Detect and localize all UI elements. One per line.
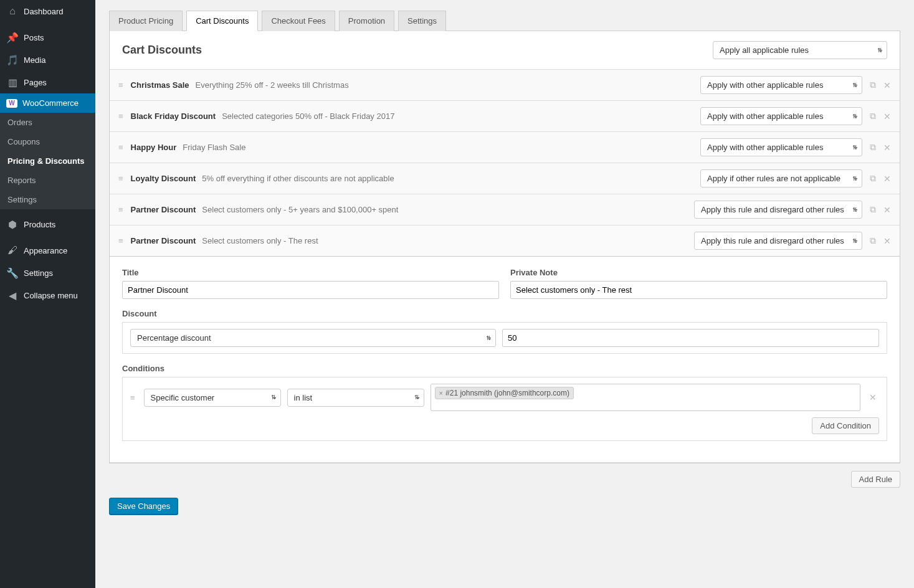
- remove-condition-icon[interactable]: ✕: [867, 392, 879, 402]
- title-label: Title: [122, 268, 499, 277]
- rule-row[interactable]: ≡ Christmas Sale Everything 25% off - 2 …: [110, 70, 900, 101]
- sidebar-item-posts[interactable]: 📌Posts: [0, 26, 95, 49]
- sidebar-item-settings[interactable]: 🔧Settings: [0, 262, 95, 284]
- duplicate-icon[interactable]: ⧉: [870, 173, 876, 184]
- rule-mode-select[interactable]: Apply if other rules are not applicable: [700, 169, 862, 187]
- condition-value-tagbox[interactable]: ×#21 johnsmith (john@smithcorp.com): [431, 384, 860, 411]
- sidebar-item-woocommerce[interactable]: WWooCommerce: [0, 93, 95, 113]
- sidebar-label: Reports: [7, 176, 36, 185]
- rule-row[interactable]: ≡ Black Friday Discount Selected categor…: [110, 101, 900, 132]
- sidebar-item-collapse[interactable]: ◀Collapse menu: [0, 284, 95, 306]
- sidebar-label: Products: [24, 220, 55, 229]
- discount-value-input[interactable]: [502, 329, 879, 347]
- rule-mode-select[interactable]: Apply with other applicable rules: [700, 138, 862, 156]
- sidebar-sub-coupons[interactable]: Coupons: [0, 132, 95, 151]
- title-input[interactable]: [122, 281, 499, 299]
- chevron-updown-icon: ⇅: [852, 176, 857, 182]
- global-rule-select[interactable]: Apply all applicable rules: [713, 41, 887, 59]
- sidebar-label: Posts: [24, 33, 44, 42]
- close-icon[interactable]: ✕: [883, 205, 891, 215]
- tab-settings[interactable]: Settings: [398, 11, 446, 31]
- customer-tag: ×#21 johnsmith (john@smithcorp.com): [435, 387, 574, 399]
- chevron-updown-icon: ⇅: [852, 145, 857, 151]
- chevron-updown-icon: ⇅: [852, 113, 857, 120]
- close-icon[interactable]: ✕: [883, 111, 891, 121]
- sidebar-label: Settings: [7, 195, 37, 204]
- rule-row[interactable]: ≡ Loyalty Discount 5% off everything if …: [110, 163, 900, 194]
- rule-title: Loyalty Discount: [131, 174, 196, 183]
- sidebar-item-appearance[interactable]: 🖌Appearance: [0, 239, 95, 262]
- discount-type-select[interactable]: Percentage discount: [130, 329, 496, 347]
- rule-title: Christmas Sale: [131, 80, 189, 90]
- drag-handle-icon[interactable]: ≡: [118, 111, 123, 121]
- rule-row[interactable]: ≡ Happy Hour Friday Flash Sale Apply wit…: [110, 132, 900, 163]
- tag-remove-icon[interactable]: ×: [439, 389, 443, 397]
- rule-title: Partner Discount: [131, 205, 196, 214]
- drag-handle-icon[interactable]: ≡: [118, 236, 123, 245]
- sidebar-sub-settings[interactable]: Settings: [0, 190, 95, 209]
- sidebar-sub-orders[interactable]: Orders: [0, 113, 95, 132]
- rule-row[interactable]: ≡ Partner Discount Select customers only…: [110, 194, 900, 225]
- private-note-input[interactable]: [510, 281, 887, 299]
- drag-handle-icon[interactable]: ≡: [130, 393, 135, 402]
- dashboard-icon: ⌂: [6, 5, 19, 17]
- private-note-label: Private Note: [510, 268, 887, 277]
- close-icon[interactable]: ✕: [883, 80, 891, 90]
- media-icon: 🎵: [6, 54, 19, 66]
- page-icon: ▥: [6, 76, 19, 88]
- rule-mode-select[interactable]: Apply this rule and disregard other rule…: [694, 201, 862, 219]
- condition-operator-select[interactable]: in list: [287, 389, 424, 407]
- duplicate-icon[interactable]: ⧉: [870, 204, 876, 215]
- sidebar-sub-reports[interactable]: Reports: [0, 171, 95, 190]
- rule-mode-select[interactable]: Apply with other applicable rules: [700, 107, 862, 125]
- close-icon[interactable]: ✕: [883, 143, 891, 153]
- chevron-updown-icon: ⇅: [271, 394, 276, 401]
- rule-note: Select customers only - 5+ years and $10…: [202, 205, 398, 214]
- sidebar-label: Dashboard: [24, 7, 64, 16]
- page-title: Cart Discounts: [122, 44, 202, 57]
- rule-title: Happy Hour: [131, 143, 177, 152]
- condition-type-select[interactable]: Specific customer: [144, 389, 281, 407]
- duplicate-icon[interactable]: ⧉: [870, 111, 876, 121]
- tab-promotion[interactable]: Promotion: [339, 11, 394, 31]
- close-icon[interactable]: ✕: [883, 236, 891, 246]
- collapse-icon: ◀: [6, 289, 19, 301]
- sidebar-item-dashboard[interactable]: ⌂Dashboard: [0, 0, 95, 22]
- close-icon[interactable]: ✕: [883, 174, 891, 184]
- sidebar-label: Collapse menu: [24, 291, 78, 300]
- global-rule-select-wrap: Apply all applicable rules ⇅: [713, 41, 887, 59]
- drag-handle-icon[interactable]: ≡: [118, 205, 123, 214]
- sidebar-item-products[interactable]: ⬢Products: [0, 213, 95, 235]
- tag-label: #21 johnsmith (john@smithcorp.com): [445, 389, 569, 397]
- add-condition-button[interactable]: Add Condition: [812, 417, 879, 434]
- sidebar-sub-pricing-discounts[interactable]: Pricing & Discounts: [0, 151, 95, 171]
- sidebar-label: Pricing & Discounts: [7, 156, 85, 166]
- save-changes-button[interactable]: Save Changes: [109, 498, 178, 514]
- woo-icon: W: [6, 99, 17, 108]
- rule-mode-select[interactable]: Apply this rule and disregard other rule…: [694, 232, 862, 250]
- tab-cart-discounts[interactable]: Cart Discounts: [186, 11, 258, 31]
- rule-note: Selected categories 50% off - Black Frid…: [222, 111, 394, 121]
- sidebar-item-media[interactable]: 🎵Media: [0, 49, 95, 71]
- chevron-updown-icon: ⇅: [852, 238, 857, 244]
- tab-product-pricing[interactable]: Product Pricing: [109, 11, 183, 31]
- drag-handle-icon[interactable]: ≡: [118, 143, 123, 152]
- drag-handle-icon[interactable]: ≡: [118, 174, 123, 183]
- duplicate-icon[interactable]: ⧉: [870, 80, 876, 90]
- add-rule-button[interactable]: Add Rule: [851, 471, 900, 488]
- main-content: Product Pricing Cart Discounts Checkout …: [95, 0, 914, 588]
- sidebar-item-pages[interactable]: ▥Pages: [0, 71, 95, 93]
- rule-note: 5% off everything if other discounts are…: [202, 174, 394, 183]
- rule-mode-select[interactable]: Apply with other applicable rules: [700, 76, 862, 94]
- sidebar-label: Settings: [24, 268, 53, 278]
- chevron-updown-icon: ⇅: [852, 82, 857, 88]
- sidebar-label: WooCommerce: [22, 98, 79, 108]
- duplicate-icon[interactable]: ⧉: [870, 142, 876, 153]
- rule-row-expanded[interactable]: ≡ Partner Discount Select customers only…: [110, 225, 900, 257]
- drag-handle-icon[interactable]: ≡: [118, 80, 123, 90]
- rules-list: ≡ Christmas Sale Everything 25% off - 2 …: [110, 69, 900, 463]
- chevron-updown-icon: ⇅: [486, 335, 491, 341]
- duplicate-icon[interactable]: ⧉: [870, 235, 876, 246]
- tab-checkout-fees[interactable]: Checkout Fees: [262, 11, 335, 31]
- rule-detail: Title Private Note Discount Percentage d…: [110, 257, 900, 463]
